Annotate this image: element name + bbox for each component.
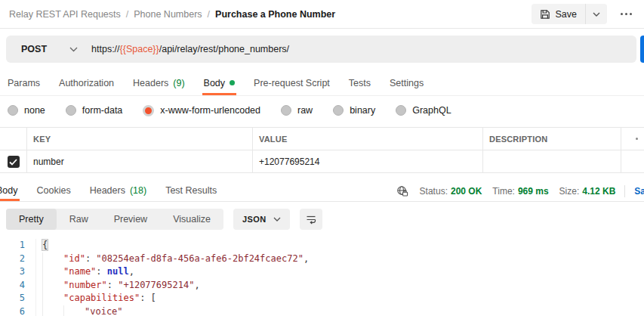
code-line-content: "voice" xyxy=(36,305,123,316)
token-key: "name" xyxy=(63,266,96,277)
table-header-options-clipped xyxy=(621,128,644,150)
body-has-content-dot xyxy=(230,80,235,85)
tab-pre-request-script[interactable]: Pre-request Script xyxy=(254,70,330,95)
table-row-select-cell xyxy=(0,150,27,173)
view-mode-preview[interactable]: Preview xyxy=(101,209,160,230)
code-line: 3"name": null, xyxy=(0,265,644,279)
code-line-content: "capabilities": [ xyxy=(36,292,156,305)
url-input[interactable]: https://{{Space}}/api/relay/rest/phone_n… xyxy=(91,44,289,54)
save-response-link-clipped[interactable]: Sa xyxy=(634,186,644,197)
request-header-bar: Relay REST API Requests / Phone Numbers … xyxy=(0,0,644,29)
line-number: 2 xyxy=(0,252,36,266)
view-mode-raw[interactable]: Raw xyxy=(57,209,101,230)
wrap-lines-button[interactable] xyxy=(300,209,322,230)
tab-count: (9) xyxy=(173,78,184,88)
token-punc: : xyxy=(140,293,150,303)
tab-label: Tests xyxy=(349,78,371,88)
bulk-edit-icon-clipped xyxy=(636,138,638,140)
request-tabs: Params Authorization Headers(9) Body Pre… xyxy=(0,70,644,96)
token-punc: , xyxy=(304,253,309,264)
token-atom: null xyxy=(107,266,129,277)
method-selector[interactable]: POST xyxy=(6,44,91,54)
body-mode-binary[interactable]: binary xyxy=(333,105,375,116)
radio-label: raw xyxy=(297,105,313,116)
tab-headers[interactable]: Headers(9) xyxy=(133,70,185,95)
tab-label: Test Results xyxy=(165,185,217,196)
tab-tests[interactable]: Tests xyxy=(349,70,371,95)
row-key-cell[interactable]: number xyxy=(27,150,253,173)
response-meta: Status: 200 OK Time: 969 ms Size: 4.12 K… xyxy=(396,180,644,202)
breadcrumb-separator: / xyxy=(208,9,210,20)
url-path: /api/relay/rest/phone_numbers/ xyxy=(159,44,289,54)
indent-guide xyxy=(42,279,63,293)
format-dropdown[interactable]: JSON xyxy=(233,209,290,230)
radio-label: GraphQL xyxy=(412,105,451,116)
tab-label: Params xyxy=(8,78,40,88)
code-line: 2"id": "08254eaf-d8fa-456a-afe6-2bf24fca… xyxy=(0,252,644,266)
response-tab-headers[interactable]: Headers(18) xyxy=(90,180,146,201)
chevron-down-icon xyxy=(273,217,281,222)
view-mode-visualize[interactable]: Visualize xyxy=(160,209,223,230)
tab-label: Authorization xyxy=(59,78,114,88)
response-body-json[interactable]: 1{2"id": "08254eaf-d8fa-456a-afe6-2bf24f… xyxy=(0,236,644,316)
more-actions-button[interactable] xyxy=(618,10,635,18)
body-mode-x-www-form-urlencoded[interactable]: x-www-form-urlencoded xyxy=(143,105,260,116)
code-line: 4"number": "+12077695214", xyxy=(0,279,644,293)
code-line-content: "id": "08254eaf-d8fa-456a-afe6-2bf24fcae… xyxy=(36,252,309,266)
tab-settings[interactable]: Settings xyxy=(390,70,424,95)
radio-label: x-www-form-urlencoded xyxy=(160,105,260,116)
ellipsis-icon xyxy=(621,13,623,15)
code-line: 5"capabilities": [ xyxy=(0,292,644,305)
tab-authorization[interactable]: Authorization xyxy=(59,70,114,95)
method-label: POST xyxy=(21,44,47,54)
size-value[interactable]: 4.12 KB xyxy=(582,186,615,197)
code-line-content: "number": "+12077695214", xyxy=(36,279,200,293)
indent-guide xyxy=(42,292,63,305)
response-tab-cookies[interactable]: Cookies xyxy=(37,180,71,201)
save-options-button[interactable] xyxy=(586,4,607,24)
network-globe-lock-icon[interactable] xyxy=(396,185,409,197)
row-description-cell[interactable] xyxy=(483,150,621,173)
token-punc: [ xyxy=(151,293,156,303)
line-number: 1 xyxy=(0,239,36,252)
send-button-clipped[interactable] xyxy=(640,36,644,63)
time-value[interactable]: 969 ms xyxy=(518,186,549,197)
row-value-cell[interactable]: +12077695214 xyxy=(253,150,483,173)
status-label: Status: xyxy=(420,186,448,197)
body-mode-none[interactable]: none xyxy=(8,105,45,116)
url-prefix: https:// xyxy=(91,44,120,54)
line-number: 4 xyxy=(0,279,36,293)
response-tab-body[interactable]: Body xyxy=(0,180,18,201)
tab-body[interactable]: Body xyxy=(204,70,236,95)
urlencoded-params-table: KEY VALUE DESCRIPTION number +1207769521… xyxy=(0,127,644,173)
response-tab-test-results[interactable]: Test Results xyxy=(165,180,217,201)
tab-label: Settings xyxy=(390,78,424,88)
code-line: 6"voice" xyxy=(0,305,644,316)
tab-count: (18) xyxy=(130,185,146,196)
ellipsis-icon xyxy=(625,13,627,15)
time-label: Time: xyxy=(492,186,515,197)
view-mode-pretty[interactable]: Pretty xyxy=(6,209,57,230)
breadcrumb-separator: / xyxy=(126,9,128,20)
token-punc: , xyxy=(129,266,134,277)
body-mode-graphql[interactable]: GraphQL xyxy=(396,105,451,116)
body-mode-form-data[interactable]: form-data xyxy=(66,105,123,116)
radio-icon xyxy=(66,105,76,116)
body-mode-raw[interactable]: raw xyxy=(281,105,313,116)
app-window: Relay REST API Requests / Phone Numbers … xyxy=(0,0,644,316)
status-value[interactable]: 200 OK xyxy=(451,186,482,197)
breadcrumb-folder[interactable]: Phone Numbers xyxy=(134,9,202,20)
row-checkbox-checked[interactable] xyxy=(8,156,20,168)
token-key: "number" xyxy=(63,280,107,290)
tab-params[interactable]: Params xyxy=(8,70,40,95)
breadcrumb-collection[interactable]: Relay REST API Requests xyxy=(9,9,121,20)
url-variable: {{Space}} xyxy=(120,44,159,54)
size-label: Size: xyxy=(559,186,580,197)
indent-guide xyxy=(42,305,63,316)
radio-icon xyxy=(281,105,291,116)
meta-divider xyxy=(624,185,625,197)
tab-label: Headers xyxy=(90,185,125,196)
table-header-value: VALUE xyxy=(253,128,483,150)
save-button[interactable]: Save xyxy=(532,9,586,20)
radio-label: form-data xyxy=(82,105,123,116)
